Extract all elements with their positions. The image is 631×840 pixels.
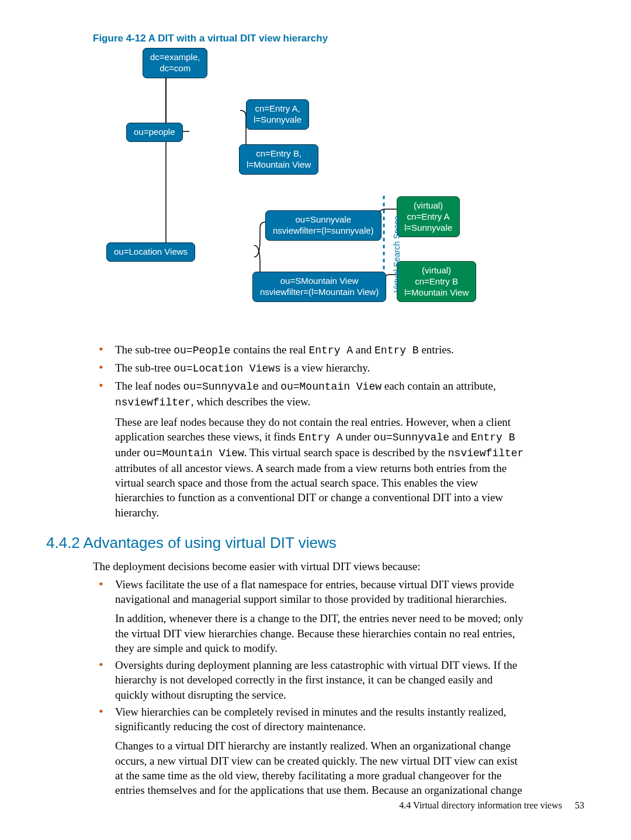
list-item: Views facilitate the use of a flat names…: [93, 577, 525, 655]
list-item: The sub-tree ou=People contains the real…: [93, 342, 525, 358]
node-location-views: ou=Location Views: [106, 242, 195, 262]
node-label: cn=Entry B, l=Mountain View: [247, 148, 311, 169]
node-root: dc=example, dc=com: [143, 48, 207, 78]
node-label: cn=Entry A, l=Sunnyvale: [254, 103, 301, 124]
dit-diagram: dc=example, dc=com ou=people cn=Entry A,…: [93, 47, 525, 321]
list-item: View hierarchies can be completely revis…: [93, 704, 525, 798]
list-item: Oversights during deployment planning ar…: [93, 658, 525, 702]
figure-caption: Figure 4-12 A DIT with a virtual DIT vie…: [93, 33, 328, 44]
list-item: The sub-tree ou=Location Views is a view…: [93, 360, 525, 376]
bullet-list-1: The sub-tree ou=People contains the real…: [93, 342, 525, 520]
node-entry-b: cn=Entry B, l=Mountain View: [239, 144, 318, 175]
page-footer: 4.4 Virtual directory information tree v…: [399, 800, 584, 811]
section-heading: 4.4.2 Advantages of using virtual DIT vi…: [46, 533, 525, 553]
list-item: The leaf nodes ou=Sunnyvale and ou=Mount…: [93, 379, 525, 520]
body-content: The sub-tree ou=People contains the real…: [93, 339, 525, 800]
node-people: ou=people: [126, 123, 183, 142]
node-label: ou=Location Views: [114, 247, 188, 256]
virtual-search-space-label: Virtual Search Space: [392, 210, 401, 298]
node-label: (virtual) cn=Entry A l=Sunnyvale: [404, 200, 452, 232]
node-label: dc=example, dc=com: [150, 52, 200, 73]
page-number: 53: [575, 800, 584, 810]
footer-section: 4.4 Virtual directory information tree v…: [399, 800, 562, 810]
bullet-list-2: Views facilitate the use of a flat names…: [93, 577, 525, 798]
node-entry-a: cn=Entry A, l=Sunnyvale: [246, 99, 309, 130]
node-sunnyvale: ou=Sunnyvale nsviewfilter=(l=sunnyvale): [265, 210, 382, 241]
node-virtual-b: (virtual) cn=Entry B l=Mountain View: [397, 261, 476, 302]
node-label: ou=SMountain View nsviewfilter=(l=Mounta…: [260, 276, 379, 297]
node-mountain-view: ou=SMountain View nsviewfilter=(l=Mounta…: [252, 272, 386, 302]
node-label: (virtual) cn=Entry B l=Mountain View: [404, 265, 469, 297]
node-label: ou=Sunnyvale nsviewfilter=(l=sunnyvale): [273, 214, 374, 235]
node-virtual-a: (virtual) cn=Entry A l=Sunnyvale: [397, 196, 460, 237]
node-label: ou=people: [134, 127, 175, 137]
section-intro: The deployment decisions become easier w…: [93, 559, 525, 574]
